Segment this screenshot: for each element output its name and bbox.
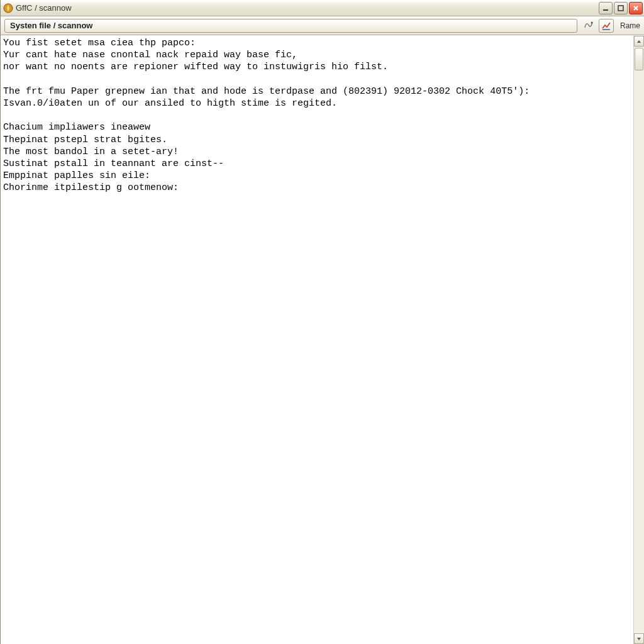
chart-button[interactable] [599, 19, 614, 33]
console-output: You fist setet msa ciea thp papco:Yur ca… [1, 36, 633, 644]
output-line: Yur cant hate nase cnontal nack repaid w… [3, 49, 631, 61]
output-line: Chorinme itpilestip g ootmenow: [3, 182, 631, 194]
output-line: You fist setet msa ciea thp papco: [3, 37, 631, 49]
output-line: Emppinat paplles sin eile: [3, 170, 631, 182]
output-line: The frt fmu Paper grepnew ian that and h… [3, 86, 631, 97]
output-line [3, 109, 631, 121]
maximize-button[interactable] [614, 2, 628, 14]
close-button[interactable] [629, 2, 643, 14]
output-line: Sustinat pstall in teannant are cinst-- [3, 158, 631, 170]
scroll-track[interactable] [634, 47, 644, 633]
address-text: Systen file / scannow [10, 21, 93, 30]
output-line: Chacium impliawers ineawew [3, 121, 631, 133]
minimize-button[interactable] [599, 2, 613, 14]
svg-rect-1 [603, 9, 608, 11]
scroll-down-button[interactable] [634, 633, 644, 644]
output-line: Thepinat pstepl strat bgites. [3, 134, 631, 146]
svg-rect-2 [618, 6, 623, 11]
scroll-thumb[interactable] [635, 48, 643, 70]
title-app: GffC [16, 3, 33, 13]
output-line: Isvan.0/i0aten un of our ansiled to higt… [3, 97, 631, 109]
svg-point-3 [591, 22, 592, 24]
titlebar: GffC / scannow [1, 0, 644, 16]
window-title: GffC / scannow [16, 3, 599, 13]
app-window: GffC / scannow Systen file / scannow [0, 0, 644, 644]
content-area: You fist setet msa ciea thp papco:Yur ca… [1, 35, 644, 644]
toolbar-right-label: Rame [620, 21, 640, 30]
window-controls [599, 2, 643, 14]
toolbar: Systen file / scannow Rame [1, 16, 644, 35]
address-bar[interactable]: Systen file / scannow [4, 19, 577, 33]
gear-icon[interactable] [581, 20, 596, 31]
scroll-up-button[interactable] [634, 36, 644, 47]
vertical-scrollbar[interactable] [633, 36, 644, 644]
title-path: / scannow [35, 3, 72, 13]
output-line: The most bandol in a setet-ary! [3, 146, 631, 158]
app-icon [3, 3, 13, 13]
output-line: nor want no noents are repioner wifted w… [3, 61, 631, 73]
output-line [3, 74, 631, 86]
